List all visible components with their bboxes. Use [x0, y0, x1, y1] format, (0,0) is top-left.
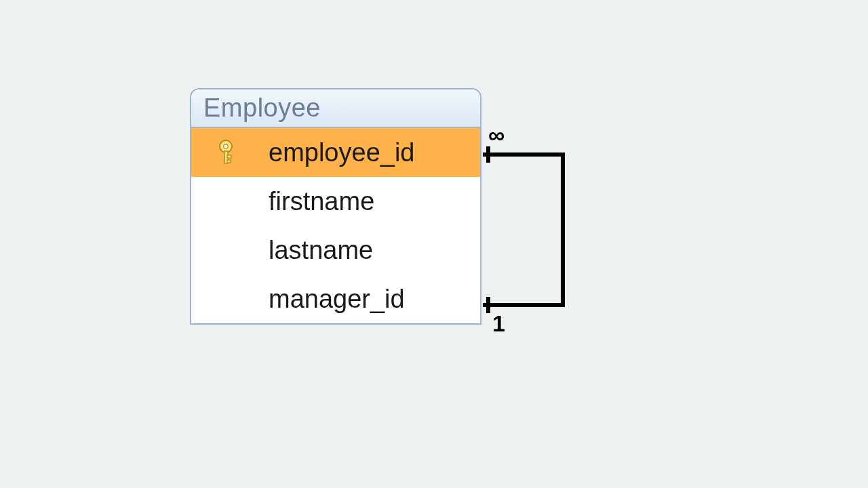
entity-field-list: employee_id firstname lastname manager_i…	[191, 128, 480, 323]
cardinality-one-label: 1	[492, 310, 505, 337]
svg-point-1	[224, 144, 228, 148]
field-row: firstname	[191, 177, 480, 226]
field-row-pk: employee_id	[191, 128, 480, 177]
field-name: firstname	[266, 187, 480, 216]
field-row: lastname	[191, 226, 480, 274]
field-name: lastname	[266, 236, 480, 265]
field-name: employee_id	[266, 138, 480, 167]
field-row: manager_id	[191, 274, 480, 323]
svg-rect-4	[227, 160, 231, 163]
entity-table-employee: Employee employee_id firstname	[190, 88, 481, 325]
svg-rect-3	[227, 155, 231, 158]
primary-key-icon	[191, 139, 266, 166]
cardinality-many-label: ∞	[488, 122, 505, 148]
entity-title: Employee	[191, 89, 480, 128]
field-name: manager_id	[266, 285, 480, 314]
